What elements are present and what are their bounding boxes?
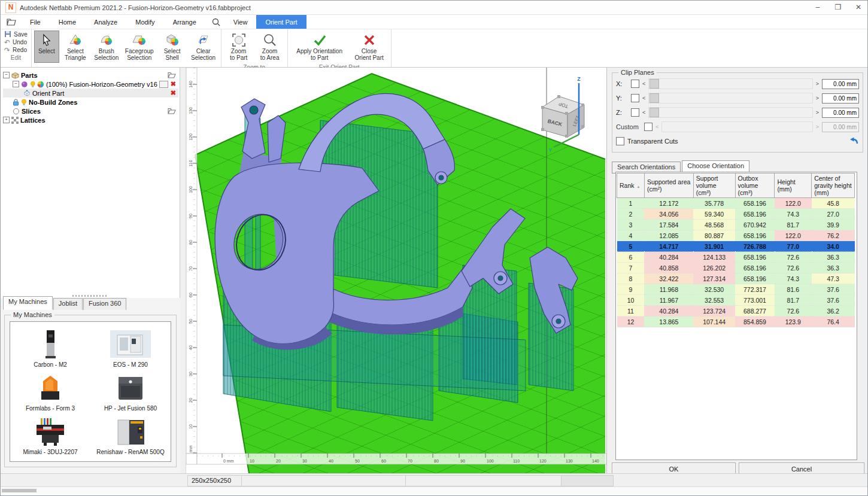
table-row[interactable]: 1213.865107.144854.859123.976.4: [617, 317, 855, 327]
clip-z-checkbox[interactable]: [631, 108, 639, 117]
y-axis-label: Y: [548, 147, 552, 153]
clip-x-checkbox[interactable]: [631, 80, 639, 88]
svg-text:60: 60: [189, 293, 193, 297]
apply-orientation-button[interactable]: Apply Orientationto Part: [290, 31, 349, 63]
viewport-3d[interactable]: 140 130 120 110 100 90 80 70 60 50 40 30…: [186, 68, 606, 473]
expand-icon[interactable]: +: [3, 117, 10, 123]
cursor-icon: [41, 32, 52, 48]
machine-card-eos-m290[interactable]: EOS - M 290: [90, 327, 171, 370]
folder-open-icon[interactable]: [168, 108, 176, 114]
select-button[interactable]: Select: [34, 31, 59, 63]
redo-button[interactable]: ↷Redo: [4, 47, 28, 53]
table-row[interactable]: 1140.284123.724688.27772.636.2: [617, 306, 855, 317]
zoom-to-area-button[interactable]: Zoomto Area: [255, 31, 285, 63]
table-row[interactable]: 317.58448.568670.94281.739.9: [617, 220, 855, 230]
svg-text:60: 60: [381, 459, 386, 463]
table-row[interactable]: 412.08580.887658.196122.076.2: [617, 230, 855, 241]
menu-view[interactable]: View: [224, 15, 257, 29]
clip-x-slider-thumb[interactable]: [650, 79, 659, 89]
slider-right-arrow[interactable]: >: [816, 95, 819, 101]
collapse-icon[interactable]: −: [3, 72, 10, 78]
file-folder-icon[interactable]: [1, 15, 21, 29]
col-rank[interactable]: Rank▲: [617, 174, 645, 198]
menu-orient-part[interactable]: Orient Part: [256, 15, 306, 29]
menu-arrange[interactable]: Arrange: [164, 15, 205, 29]
facegroup-selection-button[interactable]: FacegroupSelection: [123, 31, 156, 63]
menu-home[interactable]: Home: [50, 15, 85, 29]
select-triangle-button[interactable]: SelectTriangle: [60, 31, 90, 63]
col-outbox-volume[interactable]: Outbox volume (cm³): [735, 174, 775, 198]
tree-item-slices[interactable]: Slices: [3, 106, 178, 115]
tab-joblist[interactable]: Joblist: [53, 298, 83, 310]
maximize-button[interactable]: ❐: [828, 1, 848, 14]
table-row[interactable]: 1011.96732.553773.00181.737.6: [617, 295, 855, 306]
delete-icon[interactable]: ✖: [171, 90, 176, 96]
clip-y-slider[interactable]: [648, 93, 812, 104]
clear-selection-button[interactable]: ClearSelection: [189, 31, 218, 63]
tab-fusion-360[interactable]: Fusion 360: [83, 298, 126, 310]
table-row[interactable]: 832.422127.314658.19674.347.3: [617, 273, 855, 284]
transparent-cuts-checkbox[interactable]: [616, 137, 624, 145]
horizontal-scrollbar-thumb[interactable]: [2, 489, 37, 492]
col-supported-area[interactable]: Supported area (cm²): [644, 174, 693, 198]
table-row-selected[interactable]: 514.71731.901726.78877.034.0: [617, 241, 855, 252]
table-row[interactable]: 234.05659.340658.19674.327.0: [617, 209, 855, 220]
clip-custom-checkbox[interactable]: [644, 123, 652, 131]
zoom-to-part-button[interactable]: Zoomto Part: [224, 31, 254, 63]
reset-clip-planes-icon[interactable]: [849, 137, 859, 145]
machine-card-form3[interactable]: Formlabs - Form 3: [10, 370, 90, 414]
tab-my-machines[interactable]: My Machines: [3, 296, 53, 310]
close-orient-part-button[interactable]: CloseOrient Part: [350, 31, 389, 63]
machine-card-carbon-m2[interactable]: Carbon - M2: [10, 327, 90, 370]
red-x-icon: [363, 32, 376, 48]
table-row[interactable]: 740.858126.202658.19672.636.3: [617, 263, 855, 273]
tree-item-lattices[interactable]: + Lattices: [3, 115, 178, 124]
undo-icon: ↶: [4, 39, 10, 45]
clip-y-checkbox[interactable]: [631, 94, 639, 102]
panel-splitter[interactable]: [180, 68, 186, 473]
folder-open-icon[interactable]: [168, 72, 176, 78]
slider-left-arrow[interactable]: <: [642, 81, 645, 87]
machine-card-renishaw-renam[interactable]: Renishaw - RenAM 500Q: [90, 414, 171, 458]
col-cog-height[interactable]: Center of gravity height (mm): [812, 174, 855, 198]
clip-x-value[interactable]: 0.00 mm: [822, 79, 859, 89]
slider-right-arrow[interactable]: >: [816, 109, 819, 115]
slider-left-arrow[interactable]: <: [642, 95, 645, 101]
clip-z-value[interactable]: 0.00 mm: [822, 108, 859, 118]
menu-modify[interactable]: Modify: [126, 15, 163, 29]
clip-y-value[interactable]: 0.00 mm: [822, 93, 859, 104]
close-button[interactable]: ✕: [848, 1, 868, 14]
tree-item-geometry[interactable]: − (100%) Fusion-Horizon-Geometry v16 ✖: [3, 80, 178, 89]
col-support-volume[interactable]: Support volume (cm³): [693, 174, 735, 198]
clip-z-slider[interactable]: [648, 107, 812, 118]
slider-left-arrow[interactable]: <: [642, 109, 645, 115]
clip-y-slider-thumb[interactable]: [650, 93, 659, 103]
table-row[interactable]: 911.96832.530772.31781.637.6: [617, 284, 855, 295]
undo-button[interactable]: ↶Undo: [4, 39, 28, 45]
brush-selection-button[interactable]: BrushSelection: [92, 31, 122, 63]
menu-file[interactable]: File: [21, 15, 50, 29]
search-icon[interactable]: [205, 15, 224, 29]
detail-badge[interactable]: [159, 81, 168, 88]
col-height[interactable]: Height (mm): [775, 174, 812, 198]
minimize-button[interactable]: –: [808, 1, 828, 14]
save-button[interactable]: Save: [4, 31, 28, 38]
clip-x-slider[interactable]: [648, 78, 812, 89]
collapse-icon[interactable]: −: [13, 81, 19, 87]
tree-item-no-build-zones[interactable]: No-Build Zones: [3, 98, 178, 106]
svg-text:130: 130: [566, 459, 573, 463]
table-row[interactable]: 112.17235.778658.196122.045.8: [617, 198, 855, 209]
delete-icon[interactable]: ✖: [171, 81, 176, 87]
machine-card-mimaki-3duj[interactable]: Mimaki - 3DUJ-2207: [10, 414, 90, 458]
visibility-bulb-icon[interactable]: [30, 81, 36, 88]
select-shell-button[interactable]: SelectShell: [157, 31, 187, 63]
tree-item-orient-part[interactable]: Orient Part ✖: [3, 89, 178, 98]
slider-right-arrow[interactable]: >: [816, 81, 819, 87]
svg-text:0 mm: 0 mm: [223, 459, 234, 463]
machine-card-hp-jet-fusion-580[interactable]: HP - Jet Fusion 580: [90, 370, 171, 414]
menu-analyze[interactable]: Analyze: [85, 15, 126, 29]
table-row[interactable]: 640.284124.133658.19672.636.3: [617, 252, 855, 263]
clip-z-slider-thumb[interactable]: [650, 108, 659, 117]
visibility-bulb-icon[interactable]: [21, 99, 27, 106]
tree-item-parts[interactable]: − Parts: [3, 71, 178, 80]
